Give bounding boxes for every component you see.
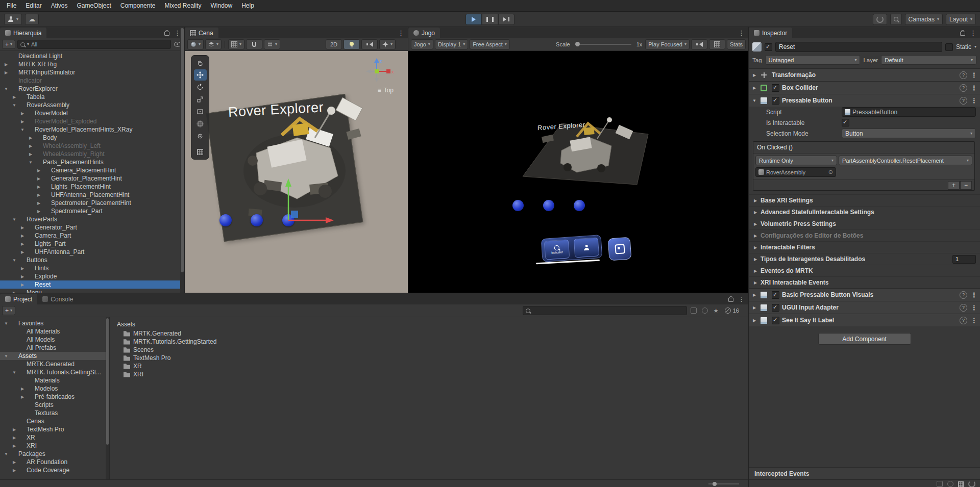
- hierarchy-search[interactable]: ▾ All: [17, 40, 171, 49]
- project-tree-item[interactable]: All Materials: [0, 327, 109, 336]
- button-sphere-reset-selected[interactable]: [282, 214, 295, 226]
- expand-arrow-icon[interactable]: [751, 86, 757, 90]
- expand-arrow-icon[interactable]: [36, 201, 42, 206]
- scene-audio-toggle[interactable]: [361, 39, 378, 49]
- lock-icon[interactable]: [960, 32, 965, 36]
- tab-inspector[interactable]: Inspector: [749, 28, 792, 38]
- transform-tool-button[interactable]: [194, 118, 207, 130]
- hierarchy-item[interactable]: Reset: [0, 280, 184, 289]
- rover-model[interactable]: [185, 51, 408, 293]
- lock-icon[interactable]: [164, 32, 169, 36]
- object-picker-icon[interactable]: ⊙: [828, 169, 833, 175]
- project-tree-item[interactable]: Modelos: [0, 385, 109, 393]
- project-tree-item[interactable]: AR Foundation: [0, 458, 109, 466]
- draw-mode-dropdown[interactable]: ▾: [187, 39, 204, 49]
- scene-viewport[interactable]: Rover Explorer: [185, 51, 408, 293]
- button-sphere-explode[interactable]: [543, 200, 554, 211]
- menu-item[interactable]: Help: [237, 0, 259, 11]
- reset-menu-button[interactable]: [608, 237, 632, 261]
- expand-arrow-icon[interactable]: [752, 222, 758, 226]
- play-focused-dropdown[interactable]: Play Focused▾: [645, 39, 690, 49]
- hierarchy-item[interactable]: Generator_Part: [0, 223, 184, 232]
- hierarchy-item[interactable]: RoverExplorer: [0, 85, 184, 93]
- kebab-menu-icon[interactable]: ⋮: [971, 71, 977, 79]
- undo-history-button[interactable]: [873, 14, 887, 25]
- expand-arrow-icon[interactable]: [36, 209, 42, 214]
- hierarchy-item[interactable]: RoverAssembly: [0, 101, 184, 109]
- tab-scene[interactable]: Cena: [185, 28, 218, 38]
- component-header-transform[interactable]: Transformação ?⋮: [749, 68, 980, 81]
- event-remove-button[interactable]: −: [960, 181, 972, 190]
- is-interactable-checkbox[interactable]: [842, 119, 849, 126]
- expand-arrow-icon[interactable]: [752, 280, 758, 285]
- project-tree-item[interactable]: MRTK.Tutorials.GettingSt...: [0, 368, 109, 376]
- layers-dropdown[interactable]: Camadas▾: [905, 14, 943, 25]
- intercepted-events-header[interactable]: Intercepted Events: [749, 467, 980, 479]
- layer-dropdown[interactable]: Default▾: [881, 55, 976, 65]
- scene-camera-dropdown[interactable]: ▾: [205, 39, 222, 49]
- menu-item[interactable]: Mixed Reality: [160, 0, 206, 11]
- selection-mode-dropdown[interactable]: Button▾: [842, 129, 976, 138]
- expand-arrow-icon[interactable]: [19, 242, 26, 246]
- expand-arrow-icon[interactable]: [3, 354, 9, 358]
- asset-folder[interactable]: Scenes: [110, 346, 748, 354]
- hierarchy-item[interactable]: Buttons: [0, 256, 184, 264]
- project-tree-item[interactable]: All Models: [0, 336, 109, 344]
- expand-arrow-icon[interactable]: [11, 444, 17, 448]
- project-tree-item[interactable]: XRI: [0, 442, 109, 450]
- expand-arrow-icon[interactable]: [3, 452, 9, 456]
- hierarchy-item[interactable]: Tabela: [0, 93, 184, 101]
- expand-arrow-icon[interactable]: [752, 257, 758, 262]
- expand-arrow-icon[interactable]: [11, 95, 17, 99]
- grid-overlay-button[interactable]: [194, 146, 207, 158]
- expand-arrow-icon[interactable]: [752, 210, 758, 215]
- tab-game[interactable]: Jogo: [408, 28, 440, 38]
- search-by-type-icon[interactable]: [689, 306, 698, 315]
- thumbnail-zoom-slider[interactable]: [708, 483, 739, 484]
- hierarchy-item[interactable]: RoverParts: [0, 215, 184, 223]
- component-header-pressable-button[interactable]: Pressable Button ?⋮: [749, 94, 980, 107]
- hierarchy-item[interactable]: UHFAntenna_PlacementHint: [0, 191, 184, 199]
- component-header-box-collider[interactable]: Box Collider ?⋮: [749, 81, 980, 94]
- snap-settings-button[interactable]: [246, 39, 262, 49]
- event-mode-dropdown[interactable]: Runtime Only▾: [755, 156, 837, 165]
- expand-arrow-icon[interactable]: [19, 250, 26, 254]
- menu-item[interactable]: Componente: [116, 0, 160, 11]
- layout-dropdown[interactable]: Layout▾: [946, 14, 976, 25]
- expand-arrow-icon[interactable]: [751, 98, 757, 103]
- lock-icon[interactable]: [728, 298, 733, 302]
- hierarchy-scrollbar[interactable]: [180, 27, 184, 293]
- expand-arrow-icon[interactable]: [11, 460, 17, 465]
- menu-button-2[interactable]: [574, 237, 599, 258]
- slider-knob[interactable]: [713, 482, 717, 486]
- help-icon[interactable]: ?: [960, 84, 967, 92]
- expand-arrow-icon[interactable]: [19, 274, 26, 279]
- game-view-dropdown[interactable]: Jogo▾: [411, 39, 433, 49]
- event-add-button[interactable]: +: [948, 181, 960, 190]
- project-tree-item[interactable]: Packages: [0, 450, 109, 458]
- grid-visibility-dropdown[interactable]: ▾: [228, 39, 244, 49]
- menu-item[interactable]: Editar: [21, 0, 46, 11]
- project-tree-item[interactable]: MRTK.Generated: [0, 360, 109, 368]
- asset-folder[interactable]: MRTK.Tutorials.GettingStarted: [110, 338, 748, 346]
- step-button[interactable]: [498, 14, 514, 25]
- hierarchy-item[interactable]: RoverModel: [0, 109, 184, 117]
- expand-arrow-icon[interactable]: [751, 318, 757, 323]
- expand-arrow-icon[interactable]: [752, 245, 758, 250]
- scene-lighting-toggle[interactable]: [344, 39, 360, 49]
- tab-console[interactable]: Console: [37, 294, 78, 304]
- tab-hierarchy[interactable]: Hierarquia: [0, 28, 46, 38]
- hierarchy-item[interactable]: Lights_PlacementHint: [0, 183, 184, 191]
- menu-item[interactable]: File: [2, 0, 21, 11]
- create-object-button[interactable]: +▾: [2, 40, 15, 49]
- expand-arrow-icon[interactable]: [36, 185, 42, 189]
- kebab-menu-icon[interactable]: ⋮: [738, 29, 745, 37]
- menu-item[interactable]: Window: [206, 0, 237, 11]
- add-component-button[interactable]: Add Component: [818, 333, 911, 345]
- expand-arrow-icon[interactable]: [28, 136, 34, 140]
- rect-tool-button[interactable]: [194, 106, 207, 117]
- hierarchy-item[interactable]: Spectrometer_Part: [0, 207, 184, 215]
- expand-arrow-icon[interactable]: [11, 435, 17, 440]
- inspector-foldout[interactable]: Configurações do Editor de Botões: [749, 229, 980, 241]
- project-tree-scrollbar[interactable]: [106, 317, 109, 479]
